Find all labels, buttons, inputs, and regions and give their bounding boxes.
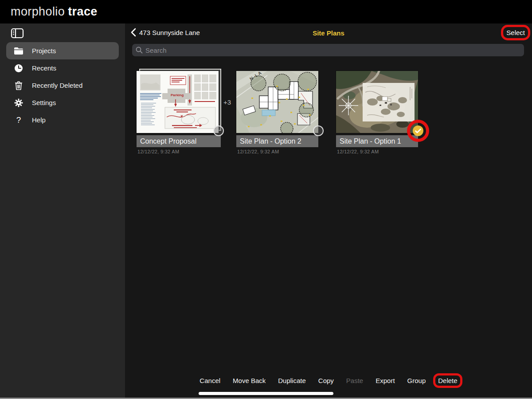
- app-logo-morpholio: morpholio: [11, 5, 65, 18]
- sidebar-item-label: Help: [32, 116, 46, 124]
- card-date: 12/12/22, 9:32 AM: [336, 149, 418, 154]
- selection-toolbar: Cancel Move Back Duplicate Copy Paste Ex…: [125, 377, 532, 384]
- search-input[interactable]: [145, 47, 520, 54]
- clock-icon: [13, 63, 24, 73]
- select-button[interactable]: Select: [506, 29, 525, 36]
- question-icon: ?: [13, 115, 24, 125]
- selection-circle-unchecked[interactable]: [313, 125, 324, 136]
- toolbar-group-button[interactable]: Group: [407, 377, 426, 384]
- search-bar[interactable]: [132, 44, 524, 56]
- sidebar-item-label: Projects: [32, 47, 56, 55]
- card-title: Site Plan - Option 2: [236, 135, 318, 147]
- sidebar: Projects Recents Recently Deleted: [0, 23, 125, 398]
- toolbar-delete-button[interactable]: Delete: [438, 377, 457, 384]
- search-icon: [136, 47, 143, 54]
- drawing-card-concept-proposal[interactable]: Parking: [137, 71, 219, 154]
- selection-circle-unchecked[interactable]: [213, 125, 224, 136]
- card-date: 12/12/22, 9:32 AM: [236, 149, 318, 154]
- sidebar-toggle-icon[interactable]: [11, 27, 24, 39]
- morpholio-trace-window: morpholiotrace Projects: [0, 0, 532, 399]
- toolbar-cancel-button[interactable]: Cancel: [200, 377, 220, 384]
- sidebar-item-help[interactable]: ? Help: [6, 111, 119, 129]
- check-icon: [415, 129, 421, 133]
- sidebar-item-recents[interactable]: Recents: [6, 59, 119, 77]
- folder-icon: [13, 46, 24, 56]
- home-indicator[interactable]: [199, 392, 333, 395]
- selection-circle-checked[interactable]: [413, 125, 423, 136]
- thumbnail-wrap: N LA: [236, 71, 318, 133]
- sidebar-item-recently-deleted[interactable]: Recently Deleted: [6, 77, 119, 94]
- sidebar-item-settings[interactable]: Settings: [6, 94, 119, 111]
- gear-icon: [13, 98, 24, 108]
- toolbar-delete-label: Delete: [438, 377, 457, 384]
- drawing-grid: Parking: [137, 71, 418, 154]
- toolbar-export-button[interactable]: Export: [376, 377, 395, 384]
- page-title: Site Plans: [125, 29, 532, 37]
- sidebar-item-label: Recents: [32, 64, 56, 72]
- trash-icon: [13, 81, 24, 90]
- thumbnail-site-plan-option-2: N LA: [236, 71, 318, 133]
- main-content: 473 Sunnyside Lane Site Plans Select: [125, 23, 532, 399]
- stack-count-badge: +3: [223, 98, 231, 106]
- thumbnail-wrap: [336, 71, 418, 133]
- select-button-wrap: Select: [506, 29, 525, 37]
- toolbar-duplicate-button[interactable]: Duplicate: [278, 377, 306, 384]
- drawing-card-site-plan-option-1[interactable]: Site Plan - Option 1 12/12/22, 9:32 AM: [336, 71, 418, 154]
- drawing-card-site-plan-option-2[interactable]: N LA: [236, 71, 318, 154]
- app-logo-trace: trace: [68, 5, 98, 18]
- thumbnail-concept-proposal: Parking: [137, 71, 219, 133]
- toolbar-copy-button[interactable]: Copy: [318, 377, 334, 384]
- sidebar-item-label: Recently Deleted: [32, 82, 82, 89]
- app-logo: morpholiotrace: [11, 5, 98, 19]
- main-header: 473 Sunnyside Lane Site Plans Select: [125, 23, 532, 41]
- top-app-bar: morpholiotrace: [0, 0, 532, 23]
- svg-text:Parking: Parking: [171, 93, 184, 97]
- sidebar-item-projects[interactable]: Projects: [6, 42, 119, 59]
- toolbar-move-back-button[interactable]: Move Back: [233, 377, 266, 384]
- sidebar-nav: Projects Recents Recently Deleted: [0, 42, 125, 129]
- select-button-label: Select: [506, 29, 525, 36]
- card-title: Site Plan - Option 1: [336, 135, 418, 147]
- sidebar-item-label: Settings: [32, 99, 56, 106]
- thumbnail-wrap: Parking: [137, 71, 219, 133]
- thumbnail-site-plan-option-1: [336, 71, 418, 133]
- card-title: Concept Proposal: [137, 135, 221, 147]
- card-date: 12/12/22, 9:32 AM: [137, 149, 219, 154]
- toolbar-paste-button: Paste: [346, 377, 363, 384]
